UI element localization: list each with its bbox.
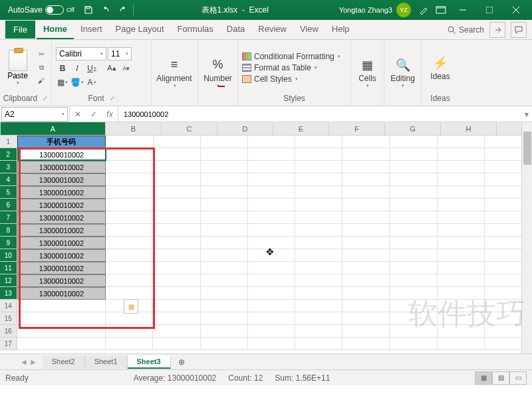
cell[interactable] bbox=[438, 274, 485, 287]
scrollbar-thumb[interactable] bbox=[523, 132, 531, 165]
cell[interactable] bbox=[248, 199, 295, 211]
cell[interactable] bbox=[248, 287, 295, 300]
cell[interactable] bbox=[106, 338, 153, 350]
maximize-button[interactable] bbox=[476, 0, 503, 20]
name-box[interactable]: A2▾ bbox=[1, 107, 68, 122]
column-header[interactable]: D bbox=[217, 122, 273, 135]
search-box[interactable]: Search bbox=[447, 25, 484, 35]
cell[interactable]: 13000010002 bbox=[17, 224, 106, 237]
row-header[interactable]: 3 bbox=[0, 161, 17, 173]
cell[interactable]: 13000010002 bbox=[17, 199, 106, 211]
cell[interactable] bbox=[390, 325, 437, 338]
increase-font-icon[interactable]: A▴ bbox=[105, 62, 118, 74]
row-header[interactable]: 13 bbox=[0, 287, 17, 300]
cell[interactable] bbox=[342, 300, 390, 312]
cell[interactable] bbox=[106, 237, 153, 249]
cell[interactable] bbox=[438, 136, 485, 148]
sheet-tab[interactable]: Sheet1 bbox=[85, 355, 128, 369]
row-header[interactable]: 12 bbox=[0, 274, 17, 287]
cell[interactable] bbox=[201, 237, 248, 249]
cell[interactable] bbox=[295, 262, 342, 274]
close-button[interactable] bbox=[503, 0, 529, 20]
cell[interactable] bbox=[295, 274, 342, 287]
cell[interactable] bbox=[438, 148, 485, 161]
row-header[interactable]: 4 bbox=[0, 173, 17, 186]
number-format-button[interactable]: %Number▾ bbox=[202, 56, 233, 88]
cell[interactable] bbox=[390, 237, 437, 249]
cell[interactable] bbox=[295, 136, 342, 148]
cell[interactable] bbox=[248, 300, 295, 312]
cell[interactable] bbox=[390, 224, 437, 237]
cell[interactable] bbox=[201, 312, 248, 325]
copy-icon[interactable]: ⧉ bbox=[35, 62, 47, 73]
cell[interactable] bbox=[438, 161, 485, 173]
share-button[interactable] bbox=[489, 22, 505, 38]
cell[interactable] bbox=[438, 249, 485, 262]
underline-button[interactable]: U▾ bbox=[85, 62, 98, 74]
row-header[interactable]: 5 bbox=[0, 186, 17, 199]
cell[interactable] bbox=[295, 173, 342, 186]
enter-icon[interactable]: ✓ bbox=[86, 107, 102, 122]
tab-review[interactable]: Review bbox=[251, 20, 293, 39]
cell[interactable] bbox=[106, 224, 153, 237]
cell[interactable] bbox=[390, 148, 438, 161]
file-tab[interactable]: File bbox=[5, 21, 35, 39]
font-name-combo[interactable]: Calibri▾ bbox=[56, 47, 106, 60]
cell[interactable] bbox=[154, 249, 201, 262]
cell[interactable] bbox=[438, 300, 485, 312]
cell[interactable] bbox=[248, 148, 295, 161]
cell[interactable] bbox=[390, 249, 437, 262]
tab-page-layout[interactable]: Page Layout bbox=[109, 20, 171, 39]
cell[interactable] bbox=[295, 199, 342, 211]
fill-color-button[interactable]: 🪣▾ bbox=[70, 76, 84, 88]
column-header[interactable]: B bbox=[106, 122, 162, 135]
row-header[interactable]: 7 bbox=[0, 211, 17, 224]
save-icon[interactable] bbox=[80, 1, 97, 19]
cell[interactable] bbox=[106, 262, 153, 274]
tab-data[interactable]: Data bbox=[220, 20, 251, 39]
cell[interactable] bbox=[201, 325, 248, 338]
cell[interactable] bbox=[438, 173, 485, 186]
cell[interactable] bbox=[295, 325, 342, 338]
cell[interactable] bbox=[106, 136, 153, 148]
cell[interactable] bbox=[153, 312, 200, 325]
cell[interactable] bbox=[106, 148, 154, 161]
column-header[interactable]: G bbox=[385, 122, 441, 135]
cell[interactable] bbox=[295, 237, 342, 249]
tab-view[interactable]: View bbox=[293, 20, 325, 39]
cancel-icon[interactable]: ✕ bbox=[70, 107, 86, 122]
cell[interactable] bbox=[438, 199, 485, 211]
tab-formulas[interactable]: Formulas bbox=[171, 20, 220, 39]
cell[interactable] bbox=[154, 274, 201, 287]
cell[interactable] bbox=[154, 262, 201, 274]
spreadsheet-grid[interactable]: ABCDEFGHIJ 1手机号码213000010002313000010002… bbox=[0, 122, 532, 353]
cell[interactable] bbox=[106, 186, 153, 199]
row-header[interactable]: 6 bbox=[0, 199, 17, 211]
page-layout-view-icon[interactable]: ▤ bbox=[492, 371, 509, 385]
dialog-launcher-icon[interactable]: ⤢ bbox=[110, 95, 115, 102]
cell[interactable] bbox=[295, 224, 342, 237]
cell[interactable] bbox=[438, 211, 485, 224]
format-painter-icon[interactable]: 🖌 bbox=[35, 76, 47, 86]
cell[interactable] bbox=[342, 186, 390, 199]
cell[interactable] bbox=[154, 224, 201, 237]
cell[interactable] bbox=[342, 224, 390, 237]
cell[interactable] bbox=[390, 312, 437, 325]
cell[interactable] bbox=[390, 199, 437, 211]
column-header[interactable]: H bbox=[441, 122, 497, 135]
cell[interactable] bbox=[438, 325, 485, 338]
minimize-button[interactable] bbox=[450, 0, 476, 20]
drawing-icon[interactable] bbox=[415, 1, 432, 19]
cell[interactable] bbox=[342, 136, 390, 148]
row-header[interactable]: 15 bbox=[0, 312, 17, 325]
cell[interactable]: 13000010002 bbox=[17, 173, 106, 186]
cell[interactable] bbox=[248, 312, 295, 325]
cell[interactable] bbox=[295, 211, 342, 224]
row-header[interactable]: 11 bbox=[0, 262, 17, 274]
cell[interactable]: 13000010002 bbox=[17, 274, 106, 287]
cell[interactable] bbox=[201, 199, 248, 211]
cell[interactable] bbox=[438, 262, 485, 274]
cell[interactable] bbox=[438, 237, 485, 249]
cell[interactable] bbox=[201, 287, 248, 300]
cell[interactable] bbox=[295, 161, 342, 173]
